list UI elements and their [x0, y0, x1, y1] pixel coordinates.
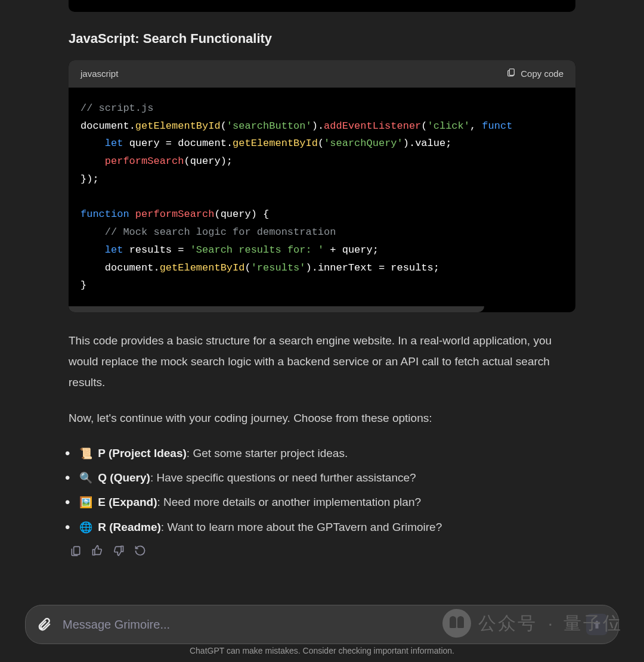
code-horizontal-scrollbar[interactable] — [69, 306, 484, 312]
disclaimer-text: ChatGPT can make mistakes. Consider chec… — [0, 644, 644, 658]
body-paragraph-2: Now, let's continue with your coding jou… — [69, 408, 575, 428]
svg-rect-0 — [510, 69, 515, 76]
scroll-icon: 📜 — [79, 447, 92, 459]
code-language-label: javascript — [80, 66, 118, 82]
copy-code-label: Copy code — [521, 66, 564, 82]
attach-button[interactable] — [36, 617, 52, 632]
code-body[interactable]: // script.js document.getElementById('se… — [69, 88, 575, 306]
option-rest: : Need more details or another implement… — [157, 496, 422, 508]
code-header: javascript Copy code — [69, 60, 575, 88]
regenerate-button[interactable] — [134, 543, 146, 555]
copy-code-button[interactable]: Copy code — [506, 66, 564, 82]
option-item-r: 🌐 R (Readme): Want to learn more about t… — [71, 517, 575, 537]
input-area — [25, 605, 619, 644]
option-bold: Q (Query) — [98, 471, 150, 484]
section-heading: JavaScript: Search Functionality — [69, 27, 575, 49]
option-bold: E (Expand) — [98, 496, 157, 508]
thumbs-up-button[interactable] — [91, 543, 103, 555]
picture-icon: 🖼️ — [79, 496, 92, 508]
option-bold: P (Project Ideas) — [98, 447, 187, 459]
code-block: javascript Copy code // script.js docume… — [69, 60, 575, 312]
prev-code-block-tail — [69, 0, 575, 12]
message-input[interactable] — [52, 618, 586, 632]
option-rest: : Want to learn more about the GPTavern … — [161, 521, 442, 533]
options-list: 📜 P (Project Ideas): Get some starter pr… — [69, 443, 575, 537]
option-item-e: 🖼️ E (Expand): Need more details or anot… — [71, 492, 575, 512]
clipboard-icon — [506, 66, 516, 82]
thumbs-down-button[interactable] — [113, 543, 125, 555]
copy-response-button[interactable] — [70, 543, 82, 555]
option-bold: R (Readme) — [98, 521, 161, 533]
option-rest: : Get some starter project ideas. — [187, 447, 348, 459]
input-container — [25, 605, 619, 644]
globe-icon: 🌐 — [79, 521, 92, 533]
send-button[interactable] — [586, 614, 608, 635]
option-item-q: 🔍 Q (Query): Have specific questions or … — [71, 467, 575, 488]
feedback-row — [69, 543, 575, 555]
svg-rect-1 — [74, 546, 80, 554]
option-item-p: 📜 P (Project Ideas): Get some starter pr… — [71, 443, 575, 464]
option-rest: : Have specific questions or need furthe… — [150, 471, 416, 484]
body-paragraph-1: This code provides a basic structure for… — [69, 330, 575, 393]
magnifier-icon: 🔍 — [79, 472, 92, 484]
